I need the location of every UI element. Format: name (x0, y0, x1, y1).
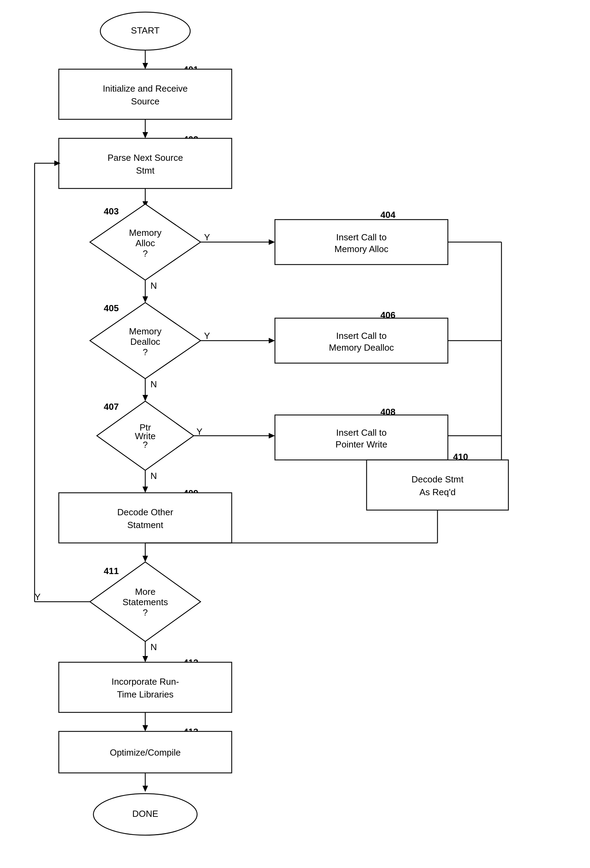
label-411-y: Y (35, 592, 40, 602)
svg-marker-27 (143, 556, 148, 562)
label-405-y: Y (204, 331, 210, 341)
label-403-2: Alloc (136, 238, 155, 248)
ref-403: 403 (104, 206, 119, 217)
ref-404: 404 (381, 210, 396, 220)
label-408-2: Pointer Write (335, 439, 387, 450)
flowchart-diagram: START 401 Initialize and Receive Source … (0, 0, 590, 868)
label-408-1: Insert Call to (336, 427, 386, 438)
label-411-1: More (135, 586, 155, 597)
svg-marker-36 (143, 725, 148, 731)
label-406-2: Memory Dealloc (329, 342, 394, 353)
label-404-1: Insert Call to (336, 232, 386, 242)
box-409 (59, 493, 232, 543)
svg-marker-21 (143, 487, 148, 493)
svg-marker-1 (143, 63, 148, 69)
label-405-3: ? (143, 347, 148, 357)
svg-marker-3 (143, 132, 148, 138)
svg-marker-11 (269, 338, 275, 343)
svg-marker-34 (143, 656, 148, 662)
label-403-n: N (150, 280, 157, 291)
label-407-n: N (150, 471, 157, 481)
svg-marker-16 (143, 395, 148, 401)
label-407-y: Y (196, 427, 202, 437)
label-403-3: ? (143, 248, 148, 259)
label-410-1: Decode Stmt (412, 474, 464, 484)
label-411-n: N (150, 642, 157, 652)
svg-marker-38 (143, 786, 148, 792)
box-401 (59, 69, 232, 119)
label-407-3: ? (143, 440, 148, 450)
box-412 (59, 662, 232, 712)
label-411-3: ? (143, 607, 148, 618)
label-402-2: Stmt (136, 165, 155, 176)
label-412-1: Incorporate Run- (111, 676, 179, 687)
label-412-2: Time Libraries (117, 689, 174, 700)
label-403-1: Memory (129, 227, 162, 238)
svg-marker-7 (269, 239, 275, 245)
label-402-1: Parse Next Source (108, 152, 183, 163)
ref-407: 407 (104, 402, 119, 412)
label-404-2: Memory Alloc (335, 244, 388, 254)
ref-411: 411 (104, 566, 119, 576)
start-label: START (131, 25, 160, 35)
label-410-2: As Req'd (419, 487, 456, 497)
svg-marker-18 (269, 433, 275, 438)
label-401-2: Source (131, 96, 159, 106)
done-label: DONE (132, 809, 158, 819)
label-405-n: N (150, 379, 157, 390)
label-409-2: Statment (127, 520, 164, 530)
svg-marker-9 (143, 296, 148, 303)
label-406-1: Insert Call to (336, 331, 386, 341)
box-410 (367, 460, 508, 510)
label-405-2: Dealloc (130, 337, 161, 347)
label-401-1: Initialize and Receive (103, 83, 188, 94)
label-411-2: Statements (122, 597, 168, 607)
ref-405: 405 (104, 303, 119, 313)
box-402 (59, 138, 232, 189)
label-413-1: Optimize/Compile (110, 747, 180, 758)
label-403-y: Y (204, 232, 210, 242)
label-405-1: Memory (129, 326, 162, 337)
label-409-1: Decode Other (117, 507, 173, 517)
